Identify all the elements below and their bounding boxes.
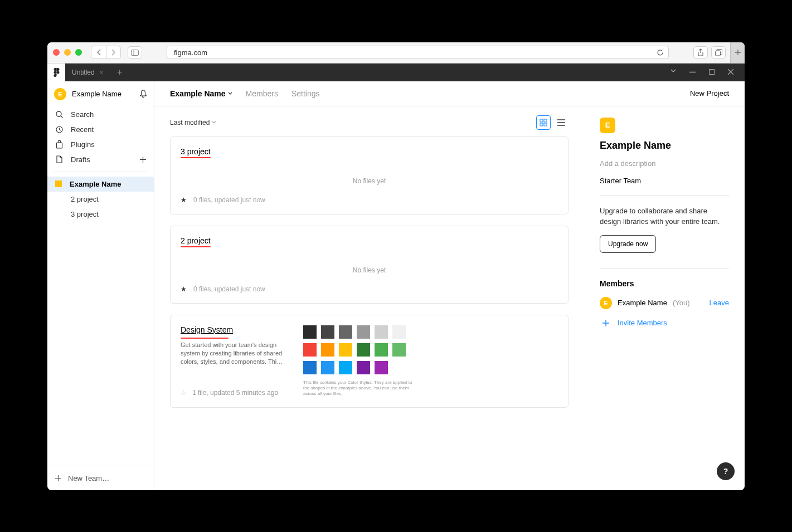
forward-button[interactable] xyxy=(106,46,120,58)
star-icon[interactable]: ★ xyxy=(181,196,187,204)
sidebar-item-label: Drafts xyxy=(71,155,90,164)
sidebar-item-recent[interactable]: Recent xyxy=(47,122,154,137)
color-swatch xyxy=(303,361,317,374)
add-tab-button[interactable]: + xyxy=(110,67,129,77)
minimize-window[interactable] xyxy=(64,49,71,56)
url-text: figma.com xyxy=(174,48,207,57)
sidebar-item-label: Recent xyxy=(71,125,94,134)
help-button[interactable]: ? xyxy=(717,462,735,480)
star-outline-icon[interactable]: ☆ xyxy=(181,389,187,397)
ds-description: Get started with your team's design syst… xyxy=(181,341,292,367)
plugin-icon xyxy=(55,140,63,149)
sidebar: E Example Name Search Recent Plugins Dra… xyxy=(47,81,154,490)
color-swatch xyxy=(303,325,317,339)
sort-label: Last modified xyxy=(170,119,210,126)
tab-label: Untitled xyxy=(72,69,95,76)
svg-rect-11 xyxy=(544,119,547,122)
chevron-down-icon xyxy=(212,121,216,124)
team-dropdown[interactable]: Example Name xyxy=(170,89,232,98)
invite-members-button[interactable]: Invite Members xyxy=(600,317,729,329)
tabs-icon[interactable] xyxy=(711,46,726,58)
sidebar-item-label: Search xyxy=(71,110,94,119)
svg-rect-2 xyxy=(715,51,720,56)
tab-bar: Untitled × + xyxy=(47,64,745,81)
clock-icon xyxy=(55,126,63,133)
tab-untitled[interactable]: Untitled × xyxy=(65,64,110,81)
ds-caption: This file contains your Color Styles. Th… xyxy=(303,380,415,397)
ds-meta: 1 file, updated 5 minutes ago xyxy=(192,389,278,397)
svg-rect-0 xyxy=(132,50,139,55)
minimize-icon[interactable] xyxy=(689,69,696,75)
sort-dropdown[interactable]: Last modified xyxy=(170,119,216,126)
plan-label: Starter Team xyxy=(600,177,729,185)
color-swatch xyxy=(339,325,352,339)
project-card[interactable]: 3 project No files yet ★ 0 files, update… xyxy=(170,136,569,214)
svg-point-6 xyxy=(56,111,61,116)
list-view-button[interactable] xyxy=(554,115,569,130)
bell-icon[interactable] xyxy=(139,90,147,98)
tab-members[interactable]: Members xyxy=(246,89,278,98)
figma-logo-icon[interactable] xyxy=(47,64,65,81)
sidebar-item-drafts[interactable]: Drafts xyxy=(47,152,154,167)
add-description[interactable]: Add a description xyxy=(600,159,729,168)
maximize-icon[interactable] xyxy=(709,69,715,75)
color-swatch xyxy=(375,361,388,374)
color-swatch xyxy=(392,325,406,339)
tab-settings[interactable]: Settings xyxy=(291,89,320,98)
project-card[interactable]: 2 project No files yet ★ 0 files, update… xyxy=(170,226,569,304)
team-color-icon xyxy=(55,180,62,187)
sidebar-item-label: Plugins xyxy=(71,140,95,149)
plus-icon[interactable] xyxy=(140,157,146,163)
content: Example Name Members Settings New Projec… xyxy=(154,81,745,490)
maximize-window[interactable] xyxy=(75,49,82,56)
new-tab-button[interactable] xyxy=(730,42,745,64)
sidebar-item-plugins[interactable]: Plugins xyxy=(47,137,154,152)
color-swatch xyxy=(339,343,352,357)
project-title: 2 project xyxy=(181,236,558,245)
color-swatch xyxy=(321,361,334,374)
close-icon[interactable]: × xyxy=(99,68,104,77)
url-bar[interactable]: figma.com xyxy=(167,46,669,59)
nav-buttons xyxy=(91,46,121,59)
close-icon[interactable] xyxy=(728,69,733,75)
plus-icon xyxy=(55,475,61,481)
color-swatch xyxy=(357,361,370,374)
star-icon[interactable]: ★ xyxy=(181,285,187,293)
close-window[interactable] xyxy=(53,49,60,56)
refresh-icon[interactable] xyxy=(657,49,664,56)
back-button[interactable] xyxy=(91,46,106,58)
member-row: E Example Name (You) Leave xyxy=(600,297,729,309)
invite-label: Invite Members xyxy=(618,319,667,327)
svg-rect-5 xyxy=(710,70,715,75)
ds-title: Design System xyxy=(181,325,292,334)
color-swatch xyxy=(375,343,388,357)
file-icon xyxy=(55,155,63,163)
divider xyxy=(600,269,729,269)
right-panel: E Example Name Add a description Starter… xyxy=(584,106,745,490)
share-icon[interactable] xyxy=(693,46,708,58)
team-name: Example Name xyxy=(70,180,122,188)
sidebar-team-active[interactable]: Example Name xyxy=(47,177,154,192)
chevron-down-icon[interactable] xyxy=(670,69,676,75)
sidebar-project-2[interactable]: 2 project xyxy=(47,192,154,207)
new-team-label: New Team… xyxy=(68,474,109,482)
new-project-button[interactable]: New Project xyxy=(690,89,729,97)
sidebar-toggle-icon[interactable] xyxy=(128,46,142,58)
annotation-underline xyxy=(181,338,229,339)
avatar[interactable]: E xyxy=(54,88,66,100)
upgrade-button[interactable]: Upgrade now xyxy=(600,235,656,253)
no-files-text: No files yet xyxy=(181,160,558,196)
members-heading: Members xyxy=(600,279,729,288)
new-team-button[interactable]: New Team… xyxy=(47,466,154,490)
svg-rect-12 xyxy=(540,123,543,126)
sidebar-project-3[interactable]: 3 project xyxy=(47,207,154,222)
color-swatch xyxy=(321,325,334,339)
member-you-label: (You) xyxy=(673,299,690,307)
sidebar-item-search[interactable]: Search xyxy=(47,107,154,122)
project-meta: 0 files, updated just now xyxy=(193,285,265,293)
svg-point-3 xyxy=(56,71,59,74)
design-system-card[interactable]: Design System Get started with your team… xyxy=(170,315,569,408)
leave-link[interactable]: Leave xyxy=(710,299,729,307)
upgrade-text: Upgrade to collaborate and share design … xyxy=(600,206,729,227)
grid-view-button[interactable] xyxy=(536,115,551,130)
